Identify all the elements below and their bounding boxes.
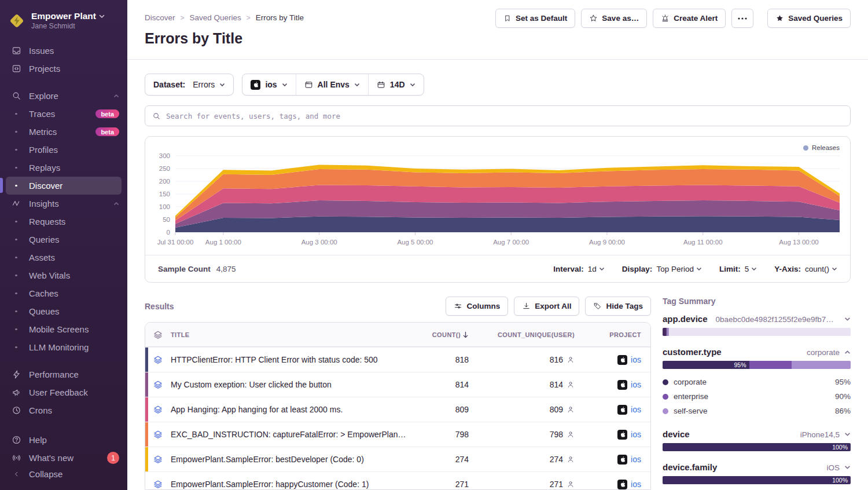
tag-legend-row[interactable]: corporate 95% bbox=[663, 375, 851, 389]
tag-distribution-bar[interactable]: 100% bbox=[663, 476, 851, 484]
apple-icon bbox=[617, 480, 627, 489]
sidebar-item-label: Requests bbox=[29, 217, 65, 226]
sidebar-item-queues[interactable]: Queues bbox=[0, 302, 127, 320]
sidebar-item-label: Queries bbox=[29, 235, 60, 244]
sidebar-item-queries[interactable]: Queries bbox=[0, 231, 127, 248]
tag-distribution-bar[interactable]: 95% bbox=[663, 361, 851, 369]
sidebar-item-caches[interactable]: Caches bbox=[0, 284, 127, 302]
chevron-up-icon bbox=[844, 350, 851, 354]
error-title-link[interactable]: EmpowerPlant.SampleError: happyCustomer … bbox=[171, 480, 413, 489]
set-as-default-button[interactable]: Set as Default bbox=[495, 9, 575, 28]
date-range-filter[interactable]: 14D bbox=[369, 74, 424, 95]
project-filter[interactable]: ios bbox=[242, 74, 295, 95]
tag-header[interactable]: customer.type corporate bbox=[663, 347, 851, 357]
layers-icon[interactable] bbox=[145, 455, 171, 464]
sidebar-item-llm-monitoring[interactable]: LLM Monitoring bbox=[0, 338, 127, 356]
issues-icon bbox=[10, 46, 22, 56]
bullet-icon bbox=[10, 167, 22, 169]
sidebar-item-user-feedback[interactable]: User Feedback bbox=[0, 383, 127, 401]
tag-header[interactable]: device iPhone14,5 bbox=[663, 429, 851, 439]
tag-header[interactable]: app.device 0baebc0de4982f1255f2e9e9fb7… bbox=[663, 314, 851, 324]
project-link[interactable]: ios bbox=[631, 405, 641, 414]
error-title-link[interactable]: App Hanging: App hanging for at least 20… bbox=[171, 405, 413, 414]
bullet-icon bbox=[10, 185, 22, 187]
sidebar-item-explore[interactable]: Explore bbox=[0, 87, 127, 105]
layers-icon[interactable] bbox=[145, 355, 171, 364]
series-color-chip bbox=[145, 348, 148, 372]
sidebar-item-performance[interactable]: Performance bbox=[0, 365, 127, 383]
environment-filter[interactable]: All Envs bbox=[296, 74, 368, 95]
breadcrumb-saved-queries[interactable]: Saved Queries bbox=[190, 13, 241, 22]
svg-text:0: 0 bbox=[167, 229, 170, 236]
error-title-link[interactable]: HTTPClientError: HTTP Client Error with … bbox=[171, 355, 413, 364]
sidebar-item-issues[interactable]: Issues bbox=[0, 42, 127, 60]
column-count-unique[interactable]: COUNT_UNIQUE(USER) bbox=[477, 331, 584, 338]
project-link[interactable]: ios bbox=[631, 480, 641, 489]
user-icon bbox=[567, 356, 575, 364]
project-link[interactable]: ios bbox=[631, 430, 641, 439]
sidebar-item-assets[interactable]: Assets bbox=[0, 248, 127, 266]
tag-summary-panel: Tag Summary app.device 0baebc0de4982f125… bbox=[663, 297, 851, 490]
releases-legend-toggle[interactable]: Releases bbox=[803, 144, 840, 151]
sidebar-item-traces[interactable]: Traces beta bbox=[0, 105, 127, 123]
display-dropdown[interactable]: Display:Top Period bbox=[622, 265, 702, 273]
yaxis-dropdown[interactable]: Y-Axis:count() bbox=[774, 265, 837, 273]
project-link[interactable]: ios bbox=[631, 455, 641, 464]
more-options-button[interactable] bbox=[731, 9, 753, 28]
tag-header[interactable]: device.family iOS bbox=[663, 462, 851, 472]
dataset-selector[interactable]: Dataset:Errors bbox=[145, 74, 234, 96]
sidebar-item-replays[interactable]: Replays bbox=[0, 159, 127, 177]
interval-dropdown[interactable]: Interval:1d bbox=[553, 265, 605, 273]
export-all-button[interactable]: Export All bbox=[514, 297, 579, 316]
error-title-link[interactable]: EmpowerPlant.SampleError: bestDeveloper … bbox=[171, 455, 413, 464]
hide-tags-button[interactable]: Hide Tags bbox=[585, 297, 651, 316]
tag-legend-row[interactable]: enterprise 90% bbox=[663, 389, 851, 404]
create-alert-button[interactable]: Create Alert bbox=[653, 9, 726, 28]
tag-key: device.family bbox=[663, 462, 717, 472]
tag-distribution-bar[interactable] bbox=[663, 328, 851, 336]
layers-icon[interactable] bbox=[145, 405, 171, 414]
project-link[interactable]: ios bbox=[631, 355, 641, 364]
layers-icon[interactable] bbox=[145, 380, 171, 389]
stacked-area-chart: 050100150200250300Jul 31 00:00Aug 1 00:0… bbox=[145, 137, 850, 253]
sidebar-item-insights[interactable]: Insights bbox=[0, 195, 127, 213]
legend-dot bbox=[663, 408, 668, 414]
sidebar-item-label: Replays bbox=[29, 163, 60, 173]
save-as-button[interactable]: Save as… bbox=[581, 9, 647, 28]
org-switcher[interactable]: Empower Plant Jane Schmidt bbox=[0, 0, 127, 42]
sidebar-item-crons[interactable]: Crons bbox=[0, 401, 127, 419]
layers-icon[interactable] bbox=[145, 480, 171, 489]
sidebar-item-mobile-screens[interactable]: Mobile Screens bbox=[0, 320, 127, 338]
search-bar bbox=[145, 105, 851, 126]
sidebar-item-whats-new[interactable]: What's new 1 bbox=[0, 449, 127, 467]
layers-icon[interactable] bbox=[145, 430, 171, 439]
columns-button[interactable]: Columns bbox=[446, 297, 508, 316]
search-input[interactable] bbox=[166, 112, 843, 120]
apple-icon bbox=[251, 80, 260, 90]
sidebar-item-requests[interactable]: Requests bbox=[0, 213, 127, 231]
sidebar-collapse-button[interactable]: Collapse bbox=[0, 465, 127, 483]
sidebar-item-help[interactable]: Help bbox=[0, 431, 127, 449]
tag-legend-row[interactable]: self-serve 86% bbox=[663, 404, 851, 418]
sidebar-item-web-vitals[interactable]: Web Vitals bbox=[0, 266, 127, 284]
saved-queries-button[interactable]: Saved Queries bbox=[767, 9, 851, 28]
error-title-link[interactable]: EXC_BAD_INSTRUCTION: captureFatalError: … bbox=[171, 430, 413, 439]
sidebar-item-discover[interactable]: Discover bbox=[6, 177, 122, 195]
tag-key: customer.type bbox=[663, 347, 722, 357]
sidebar-item-metrics[interactable]: Metrics beta bbox=[0, 123, 127, 141]
megaphone-icon bbox=[10, 387, 22, 397]
sidebar-item-label: Explore bbox=[29, 91, 58, 101]
error-title-link[interactable]: My Custom exeption: User clicked the but… bbox=[171, 380, 413, 389]
releases-legend-label: Releases bbox=[812, 144, 840, 151]
sidebar-item-label: Mobile Screens bbox=[29, 324, 89, 334]
project-link[interactable]: ios bbox=[631, 380, 641, 389]
limit-dropdown[interactable]: Limit:5 bbox=[719, 265, 757, 273]
count-value: 274 bbox=[413, 455, 477, 464]
ellipsis-icon bbox=[738, 17, 747, 20]
breadcrumb-discover[interactable]: Discover bbox=[145, 13, 175, 22]
sidebar-item-projects[interactable]: Projects bbox=[0, 60, 127, 78]
column-count-sort[interactable]: COUNT() bbox=[413, 331, 477, 338]
legend-pct: 90% bbox=[835, 392, 851, 401]
sidebar-item-profiles[interactable]: Profiles bbox=[0, 141, 127, 159]
tag-distribution-bar[interactable]: 100% bbox=[663, 443, 851, 451]
